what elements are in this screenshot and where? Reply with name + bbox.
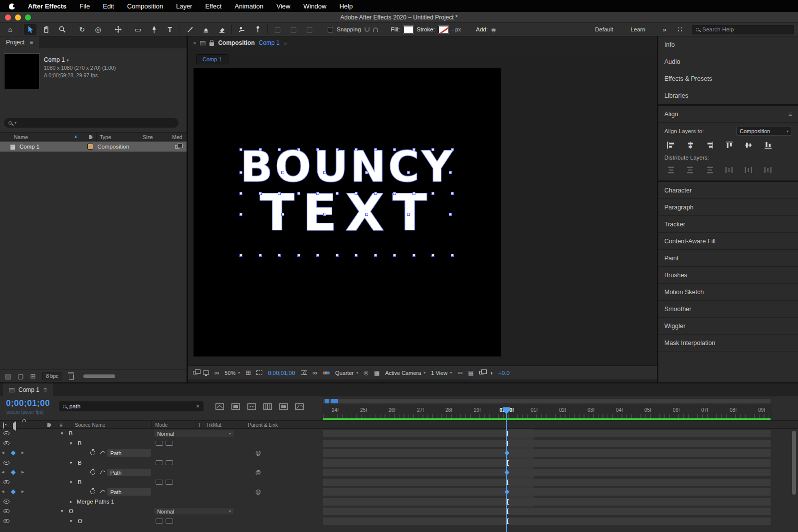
new-folder-icon[interactable]: ▢ <box>17 372 23 380</box>
axis-mode-local-icon[interactable]: ▢ <box>271 24 284 35</box>
panel-tab-smoother[interactable]: Smoother <box>658 301 798 318</box>
interpret-footage-icon[interactable]: ▤ <box>5 372 11 380</box>
menu-layer[interactable]: Layer <box>176 2 193 10</box>
distribute-vertical-center-button[interactable] <box>685 166 696 175</box>
path-handle[interactable] <box>316 148 319 151</box>
distribute-horizontal-center-button[interactable] <box>743 166 754 175</box>
property-name[interactable]: Path <box>107 488 151 496</box>
pan-behind-tool[interactable] <box>112 24 124 35</box>
in-point-icon[interactable] <box>156 441 163 446</box>
panel-tab-paragraph[interactable]: Paragraph <box>658 199 798 216</box>
glasses-icon[interactable]: ∞ <box>214 369 219 376</box>
workspace-tab-learn[interactable]: Learn <box>630 26 645 32</box>
group-name[interactable]: B <box>78 440 82 446</box>
path-handle[interactable] <box>336 254 339 257</box>
orbit-camera-tool[interactable]: ◎ <box>92 24 104 35</box>
distribute-bottom-button[interactable] <box>704 166 715 175</box>
path-handle[interactable] <box>431 192 434 195</box>
minimize-window-button[interactable] <box>15 14 21 20</box>
pick-whip-icon[interactable]: @ <box>255 450 261 456</box>
chevron-down-icon[interactable]: ▾ <box>61 431 63 436</box>
path-handle[interactable] <box>259 192 262 195</box>
zoom-window-button[interactable] <box>25 14 31 20</box>
draft-3d-icon[interactable] <box>231 403 240 410</box>
in-point-icon[interactable] <box>156 460 163 465</box>
align-horizontal-center-button[interactable] <box>685 141 696 150</box>
path-handle[interactable] <box>412 254 415 257</box>
menu-window[interactable]: Window <box>303 2 326 10</box>
layer-duration-bar[interactable] <box>323 459 771 467</box>
chevron-down-icon[interactable]: ▾ <box>70 519 72 524</box>
layer-duration-bar[interactable] <box>323 440 771 447</box>
eye-icon[interactable] <box>3 500 9 504</box>
path-handle[interactable] <box>316 254 319 257</box>
timeline-layer-row[interactable]: ▾ B <box>0 478 798 488</box>
stroke-width-value[interactable]: - px <box>452 26 461 32</box>
column-media[interactable]: Med <box>172 134 182 140</box>
path-handle[interactable] <box>336 192 339 195</box>
timeline-layer-row[interactable]: ▾ B <box>0 439 798 449</box>
timeline-layer-row[interactable]: ▾ B <box>0 458 798 468</box>
project-bit-depth[interactable]: 8 bpc <box>42 372 62 380</box>
menu-edit[interactable]: Edit <box>103 2 114 10</box>
composition-viewport[interactable]: BOUNCY TEXT <box>194 68 501 356</box>
property-name[interactable]: Path <box>107 469 151 476</box>
panel-menu-icon[interactable]: ≡ <box>29 39 33 46</box>
stopwatch-icon[interactable] <box>90 450 95 455</box>
graph-icon[interactable] <box>99 489 105 494</box>
eye-icon[interactable] <box>3 441 9 445</box>
path-handle[interactable] <box>407 213 410 216</box>
path-handle[interactable] <box>393 254 396 257</box>
path-handle[interactable] <box>239 213 242 216</box>
work-area-start-handle[interactable] <box>325 399 329 403</box>
close-window-button[interactable] <box>5 14 11 20</box>
work-area-bar[interactable] <box>323 399 771 403</box>
label-color-chip[interactable] <box>87 144 93 150</box>
align-top-button[interactable] <box>724 141 735 150</box>
work-area-marker[interactable] <box>331 399 338 403</box>
panel-menu-icon[interactable]: ≡ <box>43 386 47 393</box>
path-handle[interactable] <box>239 148 242 151</box>
panel-tab-tracker[interactable]: Tracker <box>658 216 798 233</box>
time-ruler[interactable]: 24f 25f 26f 27f 28f 29f 01:00f 01f 02f 0… <box>322 405 772 418</box>
path-handle[interactable] <box>393 192 396 195</box>
snapping-checkbox[interactable] <box>328 27 333 32</box>
view-layout-dropdown[interactable]: 1 View ▾ <box>431 370 452 376</box>
panel-tab-effects-presets[interactable]: Effects & Presets <box>658 70 798 87</box>
distribute-left-button[interactable] <box>724 166 735 175</box>
menu-effect[interactable]: Effect <box>205 2 221 10</box>
path-handle[interactable] <box>355 192 358 195</box>
snap-magnet-alt-icon[interactable] <box>373 27 378 32</box>
path-handle[interactable] <box>374 254 377 257</box>
panel-tab-brushes[interactable]: Brushes <box>658 267 798 284</box>
timeline-property-row[interactable]: ◀ ▶ Path @ <box>0 448 798 458</box>
puppet-pin-tool[interactable] <box>251 24 264 35</box>
type-tool[interactable]: T <box>164 24 176 35</box>
panel-tab-motion-sketch[interactable]: Motion Sketch <box>658 284 798 301</box>
fast-previews-icon[interactable]: ▤ <box>468 369 474 376</box>
motion-blur-icon[interactable] <box>279 403 288 410</box>
chevron-down-icon[interactable]: ▾ <box>70 460 72 465</box>
fill-color-swatch[interactable] <box>403 26 413 33</box>
graph-icon[interactable] <box>99 450 105 455</box>
next-keyframe-icon[interactable]: ▶ <box>21 490 24 494</box>
blend-mode-dropdown[interactable]: Normal▾ <box>154 430 234 437</box>
apple-menu-icon[interactable] <box>9 2 15 9</box>
path-handle[interactable] <box>431 148 434 151</box>
property-track[interactable] <box>323 449 771 457</box>
eye-icon[interactable] <box>3 519 9 523</box>
panel-tab-paint[interactable]: Paint <box>658 250 798 267</box>
help-search-input[interactable] <box>702 26 777 32</box>
path-handle[interactable] <box>239 192 242 195</box>
mini-flowchart-icon[interactable] <box>479 371 484 374</box>
workspace-tab-default[interactable]: Default <box>595 26 613 32</box>
project-tab[interactable]: Project ≡ <box>0 36 39 48</box>
menu-view[interactable]: View <box>276 2 290 10</box>
target-region-icon[interactable]: ◎ <box>364 369 369 376</box>
path-handle[interactable] <box>323 171 326 174</box>
out-point-icon[interactable] <box>166 460 173 465</box>
hand-tool[interactable] <box>40 24 52 35</box>
path-handle[interactable] <box>365 213 368 216</box>
path-handle[interactable] <box>259 254 262 257</box>
column-size[interactable]: Size <box>143 134 153 140</box>
